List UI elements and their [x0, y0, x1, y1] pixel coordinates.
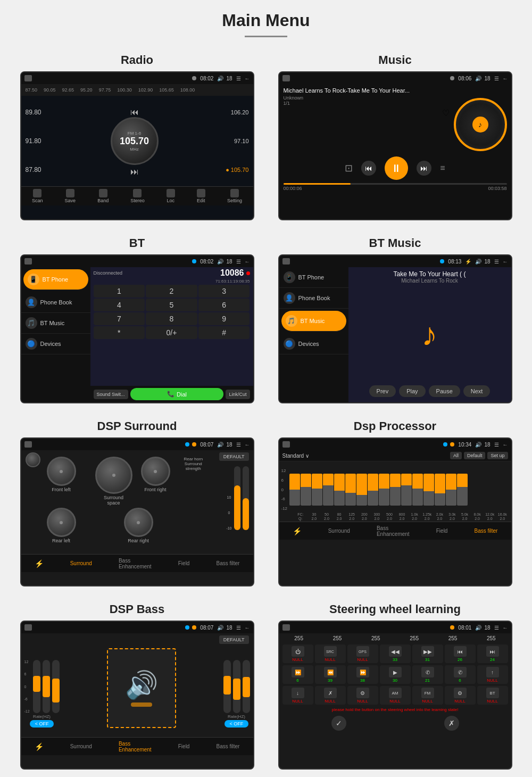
front-left-knob[interactable] — [47, 457, 76, 486]
scan-btn[interactable]: Scan — [32, 189, 43, 203]
station-r2[interactable]: 97.10 — [206, 138, 249, 144]
btmusic-btphone-item[interactable]: 📱 BT Phone — [279, 267, 348, 288]
bt-dial-btn[interactable]: 📞 Dial — [130, 388, 224, 400]
station-r1[interactable]: 106.20 — [206, 109, 249, 115]
eq-bar-6[interactable] — [345, 468, 356, 511]
dsp-tab-bass-enhance[interactable]: BassEnhancement — [119, 558, 152, 569]
setting-btn[interactable]: Setting — [227, 189, 242, 203]
key-6[interactable]: 6 — [198, 299, 250, 311]
next-btn[interactable]: ⏭ — [417, 161, 431, 176]
prev-btn[interactable]: ⏮ — [361, 161, 376, 176]
eq-bar-10[interactable] — [390, 468, 401, 511]
btmusic-phonebook-item[interactable]: 👤 Phone Book — [279, 288, 348, 309]
front-right-knob[interactable] — [141, 457, 170, 486]
dspb-tab-field[interactable]: Field — [178, 743, 190, 749]
bt-sound-btn[interactable]: Sound Swit... — [94, 390, 128, 399]
cast-icon[interactable]: ⊡ — [345, 162, 353, 174]
dspp-tab-field[interactable]: Field — [436, 528, 448, 534]
sw-hangup-btn[interactable]: ✆6 — [445, 665, 476, 684]
station-2[interactable]: 91.80 — [26, 137, 63, 145]
sw-mute-btn[interactable]: ⏮26 — [445, 644, 476, 663]
eq-bar-3[interactable] — [312, 468, 322, 511]
play-pause-btn[interactable]: ⏸ — [385, 156, 408, 180]
heart-icon[interactable]: ♡ — [284, 108, 450, 118]
dsp-slider-1[interactable] — [234, 466, 240, 530]
sw-rew-btn[interactable]: ⏪39 — [315, 665, 346, 684]
dsp-slider-2[interactable] — [243, 466, 249, 530]
eq-bar-9[interactable] — [379, 468, 389, 511]
sw-settings-btn[interactable]: ⚙NULL — [347, 686, 378, 705]
dspp-setup-btn[interactable]: Set up — [487, 452, 508, 459]
bt-music-item[interactable]: 🎵 BT Music — [21, 313, 90, 334]
eq-bar-12[interactable] — [412, 468, 423, 511]
sw-src-btn[interactable]: SRCNULL — [315, 644, 346, 663]
key-4[interactable]: 4 — [94, 299, 145, 311]
sw-x-btn[interactable]: ✗NULL — [315, 686, 346, 705]
btmusic-devices-item[interactable]: 🔵 Devices — [279, 334, 348, 354]
key-7[interactable]: 7 — [94, 312, 145, 325]
sw-volup-btn[interactable]: ▶▶31 — [412, 644, 443, 663]
band-btn[interactable]: Band — [97, 189, 109, 203]
key-3[interactable]: 3 — [198, 285, 250, 297]
dsp-tab-field[interactable]: Field — [178, 560, 190, 566]
key-2[interactable]: 2 — [146, 285, 197, 297]
dspp-tab-bass-enhance[interactable]: BassEnhancement — [377, 525, 410, 537]
dspb-eq-icon[interactable]: ⚡ — [35, 742, 44, 751]
dspb-slider-6[interactable] — [243, 660, 250, 713]
bt-devices-item[interactable]: 🔵 Devices — [21, 334, 90, 354]
dspb-slider-2[interactable] — [43, 660, 50, 713]
eq-bar-16[interactable] — [457, 468, 468, 511]
eq-bar-5[interactable] — [334, 468, 345, 511]
dsp-equalizer-icon[interactable]: ⚡ — [35, 559, 44, 568]
eq-bar-13[interactable] — [423, 468, 434, 511]
phone-book-item[interactable]: 👤 Phone Book — [21, 292, 90, 313]
sw-ffw-btn[interactable]: ⏩38 — [347, 665, 378, 684]
eq-bar-7[interactable] — [356, 468, 367, 511]
loc-btn[interactable]: Loc — [167, 189, 175, 203]
prev-btn[interactable]: Prev — [369, 385, 396, 397]
key-star[interactable]: * — [94, 326, 145, 339]
dspb-slider-5[interactable] — [233, 660, 240, 713]
surround-knob[interactable] — [95, 457, 132, 494]
eq-bar-1[interactable] — [289, 468, 300, 511]
sw-voldn-btn[interactable]: ◀◀33 — [380, 644, 411, 663]
sw-next-btn[interactable]: ⏩6 — [282, 665, 313, 684]
dspp-tab-bass-filter[interactable]: Bass filter — [475, 528, 498, 534]
pause-btn[interactable]: Pause — [429, 385, 460, 397]
dspp-eq-icon[interactable]: ⚡ — [293, 527, 302, 535]
key-1[interactable]: 1 — [94, 285, 145, 297]
key-8[interactable]: 8 — [146, 312, 197, 325]
sw-gps-btn[interactable]: GPSNULL — [347, 644, 378, 663]
bt-link-btn[interactable]: Link/Cut — [226, 390, 250, 399]
sw-am-btn[interactable]: AMNULL — [380, 686, 411, 705]
sw-down-btn[interactable]: ↓NULL — [282, 686, 313, 705]
station-1[interactable]: 89.80 — [26, 109, 63, 116]
dspb-slider-4[interactable] — [223, 660, 231, 713]
dspp-preset[interactable]: Standard ∨ — [282, 453, 309, 459]
sw-power-btn[interactable]: ⏻NULL — [282, 644, 313, 663]
eq-bar-2[interactable] — [301, 468, 311, 511]
dspb-slider-3[interactable] — [52, 660, 60, 713]
dspb-default-btn[interactable]: DEFAULT — [219, 635, 249, 644]
radio-next-btn[interactable]: ⏭ — [130, 167, 139, 177]
edit-btn[interactable]: Edit — [197, 189, 205, 203]
dspb-right-off-btn[interactable]: < OFF — [225, 720, 249, 728]
sw-call-btn[interactable]: ✆21 — [412, 665, 443, 684]
dspp-default-btn[interactable]: Default — [464, 452, 486, 459]
eq-bar-8[interactable] — [368, 468, 378, 511]
sw-up-btn[interactable]: ↑NULL — [477, 665, 508, 684]
sw-play-btn[interactable]: ▶30 — [380, 665, 411, 684]
dspb-tab-bass-enhance[interactable]: BassEnhancement — [119, 741, 152, 753]
dspb-tab-surround[interactable]: Surround — [70, 743, 92, 749]
dsp-tab-bass-filter[interactable]: Bass filter — [217, 560, 240, 566]
eq-bar-11[interactable] — [401, 468, 412, 511]
sw-gear-btn[interactable]: ⚙NULL — [445, 686, 476, 705]
dsp-tab-surround[interactable]: Surround — [70, 560, 92, 566]
key-5[interactable]: 5 — [146, 299, 197, 311]
station-r3-active[interactable]: ● 105.70 — [206, 167, 249, 173]
save-btn[interactable]: Save — [65, 189, 76, 203]
rear-left-knob[interactable] — [47, 508, 76, 537]
eq-bar-4[interactable] — [323, 468, 334, 511]
key-9[interactable]: 9 — [198, 312, 250, 325]
eq-bar-14[interactable] — [435, 468, 445, 511]
